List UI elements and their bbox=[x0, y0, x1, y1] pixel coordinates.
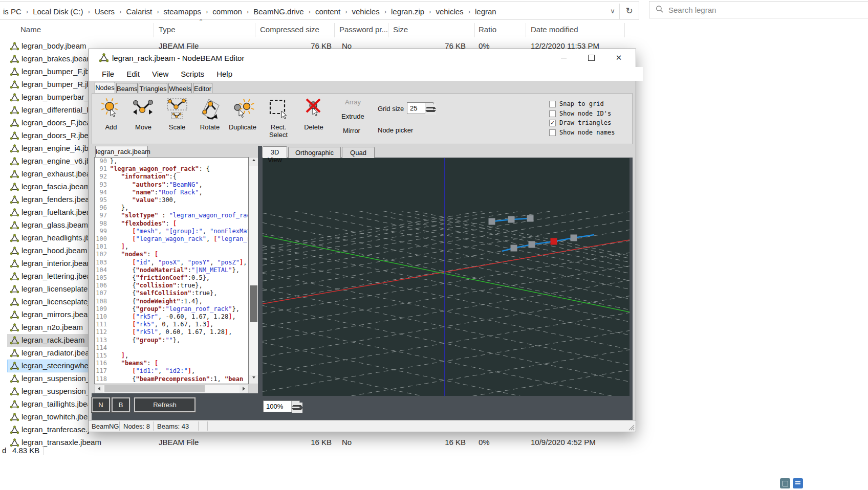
jbeam-file-icon bbox=[10, 234, 19, 244]
panel-splitter[interactable] bbox=[258, 146, 262, 420]
divider bbox=[119, 421, 120, 431]
divider bbox=[207, 421, 208, 431]
move-tool-button[interactable]: Move bbox=[128, 97, 158, 131]
code-line: 118 {"beamPrecompression":1, "bean bbox=[95, 375, 248, 383]
file-name: legran_brakes.jbeam bbox=[21, 54, 93, 63]
file-name: legran_lettering.jbeam bbox=[21, 272, 97, 280]
close-icon[interactable]: ✕ bbox=[607, 49, 631, 66]
node[interactable] bbox=[571, 235, 577, 241]
view-tab-quad-view[interactable]: Quad View bbox=[342, 147, 375, 158]
code-line: 107 {"selfCollision":true}, bbox=[95, 289, 248, 297]
file-name: legran_fueltank.jbeam bbox=[21, 208, 97, 216]
tab-wheels[interactable]: Wheels bbox=[168, 83, 192, 93]
file-name: legran_interior.jbeam bbox=[21, 259, 93, 268]
file-name: legran_hood.jbeam bbox=[21, 246, 87, 255]
code-line: 103 ["id", "posX", "posY", "posZ"], bbox=[95, 259, 248, 266]
nodes-toggle-button[interactable]: N bbox=[92, 397, 110, 412]
jbeam-file-icon bbox=[10, 68, 19, 78]
beams-toggle-button[interactable]: B bbox=[112, 397, 130, 412]
jbeam-file-icon bbox=[10, 131, 19, 142]
tab-triangles[interactable]: Triangles bbox=[139, 83, 167, 93]
checkbox-draw-triangles[interactable]: ✓Draw triangles bbox=[549, 119, 652, 127]
rect-select-tool-button[interactable]: Rect. Select bbox=[264, 97, 293, 139]
rotate-tool-button[interactable]: Rotate bbox=[195, 97, 225, 131]
checkbox-show-node-names[interactable]: Show node names bbox=[549, 129, 652, 137]
jbeam-file-icon bbox=[10, 80, 19, 91]
desktop: is PC›Local Disk (C:)›Users›Calarist›ste… bbox=[0, 0, 868, 490]
refresh-button[interactable]: Refresh bbox=[134, 397, 196, 412]
code-line: 106 {"collision":true}, bbox=[95, 282, 248, 289]
menu-file[interactable]: File bbox=[96, 70, 120, 78]
grid-size-label: Grid size bbox=[378, 105, 404, 113]
duplicate-tool-button[interactable]: Duplicate bbox=[228, 97, 257, 131]
selected-node[interactable] bbox=[551, 238, 557, 245]
scrollbar-thumb[interactable] bbox=[250, 285, 257, 322]
file-password: No bbox=[342, 438, 352, 447]
vertical-scrollbar[interactable] bbox=[249, 157, 258, 384]
scrollbar-thumb[interactable] bbox=[104, 385, 205, 392]
scale-tool-button[interactable]: Scale bbox=[162, 97, 192, 131]
file-tab[interactable]: legran_rack.jbeam bbox=[95, 146, 148, 157]
scroll-right-icon[interactable] bbox=[240, 385, 248, 393]
title-bar[interactable]: legran_rack.jbeam - NodeBEAM Editor ✕ bbox=[89, 49, 636, 67]
code-line: 100 ["legran_wagon_rack", ["legran_roof"… bbox=[95, 235, 248, 243]
menu-edit[interactable]: Edit bbox=[120, 70, 146, 78]
jbeam-file-icon bbox=[10, 323, 19, 333]
jbeam-file-icon bbox=[10, 374, 19, 385]
mode-tabs: NodesBeamsTrianglesWheelsEditor bbox=[95, 82, 402, 93]
scale-icon bbox=[165, 97, 189, 120]
scroll-up-icon[interactable] bbox=[249, 158, 258, 166]
tab-editor[interactable]: Editor bbox=[193, 83, 212, 93]
code-editor[interactable]: 90},91"legran_wagon_roof_rack": {92 "inf… bbox=[94, 157, 249, 384]
node[interactable] bbox=[527, 215, 534, 222]
jbeam-file-icon bbox=[10, 387, 19, 397]
tray-icon-1[interactable] bbox=[780, 478, 790, 488]
explorer-status-bar: d 4.83 KB bbox=[0, 445, 205, 458]
mirror-button[interactable]: Mirror bbox=[343, 127, 360, 135]
tab-nodes[interactable]: Nodes bbox=[95, 82, 115, 93]
view-tab-orthographic-view[interactable]: Orthographic View bbox=[288, 147, 341, 158]
viewport-zoom-stepper[interactable]: 100% bbox=[263, 400, 300, 412]
jbeam-file-icon bbox=[99, 53, 108, 64]
code-line: 101 ], bbox=[95, 243, 248, 251]
view-tab--d-view[interactable]: 3D View bbox=[263, 146, 287, 158]
checkbox-show-node-id-s[interactable]: Show node ID's bbox=[549, 110, 652, 118]
delete-tool-button[interactable]: Delete bbox=[299, 97, 329, 131]
node[interactable] bbox=[508, 216, 515, 223]
jbeam-file-icon bbox=[10, 144, 19, 154]
code-line: 90}, bbox=[95, 158, 248, 165]
file-name: legran_towhitch.jbeam bbox=[21, 412, 98, 421]
minimize-icon[interactable] bbox=[552, 49, 575, 66]
resize-grip[interactable] bbox=[627, 423, 635, 431]
tray-icon-2[interactable] bbox=[793, 478, 803, 488]
horizontal-scrollbar[interactable] bbox=[94, 384, 249, 393]
jbeam-file-icon bbox=[10, 362, 19, 372]
maximize-icon[interactable] bbox=[579, 49, 603, 66]
code-line: 108 {"nodeWeight":1.4}, bbox=[95, 298, 248, 305]
jbeam-file-icon bbox=[10, 170, 19, 180]
window-title: legran_rack.jbeam - NodeBEAM Editor bbox=[112, 54, 244, 62]
checkbox-snap-to-grid[interactable]: Snap to grid bbox=[549, 100, 652, 108]
scroll-down-icon[interactable] bbox=[249, 375, 258, 384]
jbeam-file-icon bbox=[10, 42, 19, 52]
file-name: legran_fenders.jbeam bbox=[21, 195, 96, 204]
menu-view[interactable]: View bbox=[146, 70, 175, 78]
grid-size-stepper[interactable]: 25 bbox=[407, 102, 433, 114]
viewport-canvas[interactable] bbox=[263, 158, 630, 396]
tab-beams[interactable]: Beams bbox=[116, 83, 138, 93]
node[interactable] bbox=[529, 241, 535, 248]
code-line: 115 ], bbox=[95, 352, 248, 360]
add-tool-button[interactable]: Add bbox=[96, 97, 126, 131]
node[interactable] bbox=[511, 245, 517, 252]
file-name: legran_doors_R.jbeam bbox=[21, 131, 99, 140]
scroll-left-icon[interactable] bbox=[95, 385, 103, 393]
jbeam-file-icon bbox=[10, 400, 19, 410]
file-name: legran_n2o.jbeam bbox=[21, 323, 83, 331]
menu-scripts[interactable]: Scripts bbox=[175, 70, 210, 78]
code-line: 102 "nodes": [ bbox=[95, 251, 248, 258]
extrude-button[interactable]: Extrude bbox=[341, 113, 364, 120]
code-line: 97 "slotType" : "legran_wagon_roof_rack"… bbox=[95, 212, 248, 219]
menu-help[interactable]: Help bbox=[210, 70, 238, 78]
rotate-icon bbox=[198, 97, 222, 120]
node[interactable] bbox=[489, 218, 495, 225]
